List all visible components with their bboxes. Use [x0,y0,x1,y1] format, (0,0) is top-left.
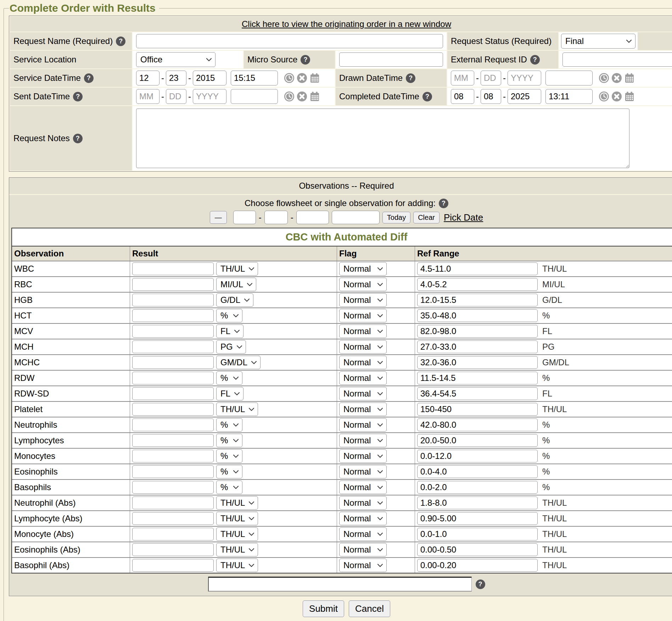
clear-datetime-icon[interactable] [611,91,622,102]
picker-time-input[interactable] [332,211,380,224]
clear-datetime-icon[interactable] [297,91,307,102]
ref-range-input[interactable] [417,294,538,306]
result-unit-select[interactable]: TH/UL [216,496,258,510]
result-input[interactable] [132,340,214,353]
result-input[interactable] [132,372,214,384]
ref-range-input[interactable] [417,340,538,353]
flag-select[interactable]: Normal [339,340,387,354]
result-unit-select[interactable]: MI/UL [216,278,256,291]
result-input[interactable] [132,325,214,338]
service-location-select[interactable]: Office [136,52,215,67]
ref-range-input[interactable] [417,512,538,525]
ref-range-input[interactable] [417,434,538,447]
flag-select[interactable]: Normal [339,512,387,525]
help-icon[interactable]: ? [301,55,310,65]
collapse-picker-button[interactable]: — [210,211,227,224]
ref-range-input[interactable] [417,356,538,369]
result-unit-select[interactable]: % [216,449,242,463]
external-request-id-input[interactable] [562,52,672,67]
today-button[interactable]: Today [382,212,410,223]
result-input[interactable] [132,481,214,494]
result-input[interactable] [132,403,214,416]
pick-date-link[interactable]: Pick Date [444,212,483,223]
help-icon[interactable]: ? [476,580,485,589]
help-icon[interactable]: ? [530,55,540,65]
drawn-datetime-month-input[interactable] [451,71,474,85]
micro-source-input[interactable] [339,52,443,67]
flag-select[interactable]: Normal [339,278,387,291]
calendar-icon[interactable] [624,73,635,83]
result-input[interactable] [132,356,214,369]
service-datetime-year-input[interactable] [193,71,226,85]
help-icon[interactable]: ? [439,199,448,208]
picker-year-input[interactable] [296,211,329,224]
result-unit-select[interactable]: TH/UL [216,543,258,556]
completed-datetime-year-input[interactable] [508,89,541,104]
result-input[interactable] [132,294,214,306]
drawn-datetime-year-input[interactable] [508,71,541,85]
help-icon[interactable]: ? [73,92,83,101]
request-name-input[interactable] [136,34,443,48]
help-icon[interactable]: ? [84,73,94,83]
clock-icon[interactable] [599,73,609,83]
sent-datetime-day-input[interactable] [166,89,186,104]
service-datetime-month-input[interactable] [136,71,159,85]
clear-button[interactable]: Clear [413,212,439,223]
calendar-icon[interactable] [309,91,320,102]
flag-select[interactable]: Normal [339,481,387,494]
sent-datetime-year-input[interactable] [193,89,226,104]
picker-month-input[interactable] [233,211,256,224]
flag-select[interactable]: Normal [339,496,387,510]
completed-datetime-time-input[interactable] [545,89,593,104]
result-unit-select[interactable]: % [216,465,242,478]
result-unit-select[interactable]: G/DL [216,293,253,307]
ref-range-input[interactable] [417,481,538,494]
result-unit-select[interactable]: % [216,434,242,447]
result-unit-select[interactable]: % [216,371,242,385]
submit-button[interactable]: Submit [303,600,344,617]
clock-icon[interactable] [599,91,609,102]
ref-range-input[interactable] [417,418,538,431]
result-input[interactable] [132,497,214,509]
flag-select[interactable]: Normal [339,387,387,400]
result-input[interactable] [132,434,214,447]
ref-range-input[interactable] [417,497,538,509]
result-unit-select[interactable]: TH/UL [216,512,258,525]
result-unit-select[interactable]: TH/UL [216,559,258,572]
result-input[interactable] [132,528,214,540]
result-unit-select[interactable]: PG [216,340,246,354]
drawn-datetime-day-input[interactable] [481,71,501,85]
flag-select[interactable]: Normal [339,434,387,447]
help-icon[interactable]: ? [406,73,415,83]
picker-day-input[interactable] [264,211,288,224]
result-input[interactable] [132,559,214,572]
ref-range-input[interactable] [417,278,538,291]
result-unit-select[interactable]: GM/DL [216,356,261,369]
help-icon[interactable]: ? [73,134,83,143]
flag-select[interactable]: Normal [339,309,387,322]
ref-range-input[interactable] [417,465,538,478]
result-unit-select[interactable]: % [216,309,242,322]
result-input[interactable] [132,278,214,291]
result-unit-select[interactable]: TH/UL [216,527,258,541]
service-datetime-day-input[interactable] [166,71,186,85]
clock-icon[interactable] [284,73,295,83]
final-text-input[interactable] [208,577,472,592]
drawn-datetime-time-input[interactable] [545,71,593,85]
completed-datetime-day-input[interactable] [481,89,501,104]
ref-range-input[interactable] [417,372,538,384]
flag-select[interactable]: Normal [339,356,387,369]
flag-select[interactable]: Normal [339,543,387,556]
ref-range-input[interactable] [417,325,538,338]
sent-datetime-time-input[interactable] [231,89,278,104]
ref-range-input[interactable] [417,528,538,540]
request-notes-textarea[interactable] [136,109,629,168]
result-input[interactable] [132,543,214,556]
view-originating-order-link[interactable]: Click here to view the originating order… [242,19,451,29]
flag-select[interactable]: Normal [339,293,387,307]
result-unit-select[interactable]: % [216,481,242,494]
help-icon[interactable]: ? [116,37,125,46]
calendar-icon[interactable] [624,91,635,102]
flag-select[interactable]: Normal [339,418,387,432]
clear-datetime-icon[interactable] [297,73,307,83]
